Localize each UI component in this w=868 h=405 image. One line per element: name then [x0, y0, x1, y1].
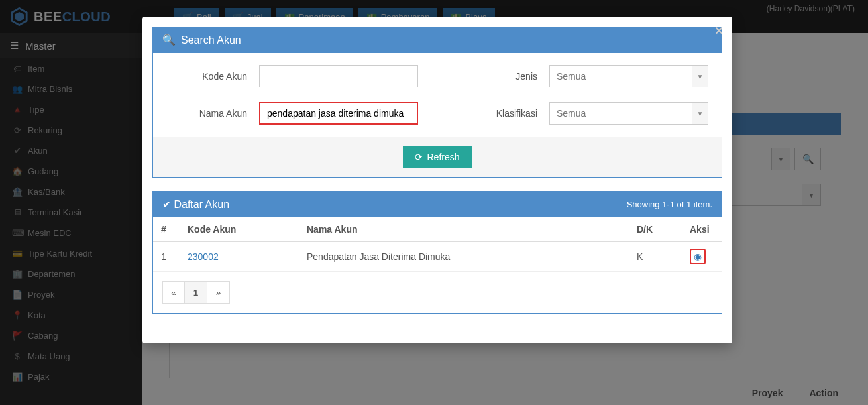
col-dk: D/K: [629, 217, 682, 242]
cell-nama: Pendapatan Jasa Diterima Dimuka: [299, 242, 629, 272]
nama-akun-label: Nama Akun: [166, 108, 259, 119]
cell-dk: K: [629, 242, 682, 272]
jenis-label: Jenis: [483, 71, 549, 82]
pager-next[interactable]: »: [207, 281, 230, 304]
check-circle-icon: ◉: [694, 251, 702, 262]
refresh-button[interactable]: ⟳ Refresh: [403, 146, 471, 168]
refresh-icon: ⟳: [415, 152, 423, 162]
klasifikasi-select[interactable]: Semua: [549, 102, 692, 125]
close-icon[interactable]: ×: [715, 23, 723, 38]
akun-table: # Kode Akun Nama Akun D/K Aksi 1 230002 …: [153, 217, 722, 272]
pagination: « 1 »: [153, 272, 722, 313]
check-icon: ✔: [162, 199, 171, 210]
col-kode: Kode Akun: [180, 217, 299, 242]
pager-prev[interactable]: «: [162, 281, 185, 304]
table-row: 1 230002 Pendapatan Jasa Diterima Dimuka…: [153, 242, 722, 272]
showing-text: Showing 1-1 of 1 item.: [627, 200, 712, 209]
daftar-akun-header: ✔ Daftar Akun Showing 1-1 of 1 item.: [153, 192, 722, 217]
select-row-button[interactable]: ◉: [690, 249, 706, 264]
col-aksi: Aksi: [682, 217, 722, 242]
jenis-select[interactable]: Semua: [549, 65, 692, 87]
klasifikasi-label: Klasifikasi: [483, 108, 549, 119]
chevron-down-icon: ▼: [692, 65, 708, 87]
kode-link[interactable]: 230002: [188, 251, 219, 262]
search-panel: 🔍 Search Akun Kode Akun Jenis Semua ▼ Na…: [152, 27, 722, 178]
daftar-akun-panel: ✔ Daftar Akun Showing 1-1 of 1 item. # K…: [152, 191, 722, 314]
pager-page-1[interactable]: 1: [185, 281, 207, 304]
search-icon: 🔍: [162, 34, 176, 46]
chevron-down-icon: ▼: [692, 102, 708, 125]
search-panel-header: 🔍 Search Akun: [153, 27, 722, 53]
nama-akun-input[interactable]: [259, 102, 418, 125]
kode-akun-input[interactable]: [259, 65, 418, 87]
cell-idx: 1: [153, 242, 180, 272]
col-idx: #: [153, 217, 180, 242]
col-nama: Nama Akun: [299, 217, 629, 242]
search-akun-modal: × 🔍 Search Akun Kode Akun Jenis Semua ▼: [142, 17, 732, 343]
kode-akun-label: Kode Akun: [166, 71, 259, 82]
